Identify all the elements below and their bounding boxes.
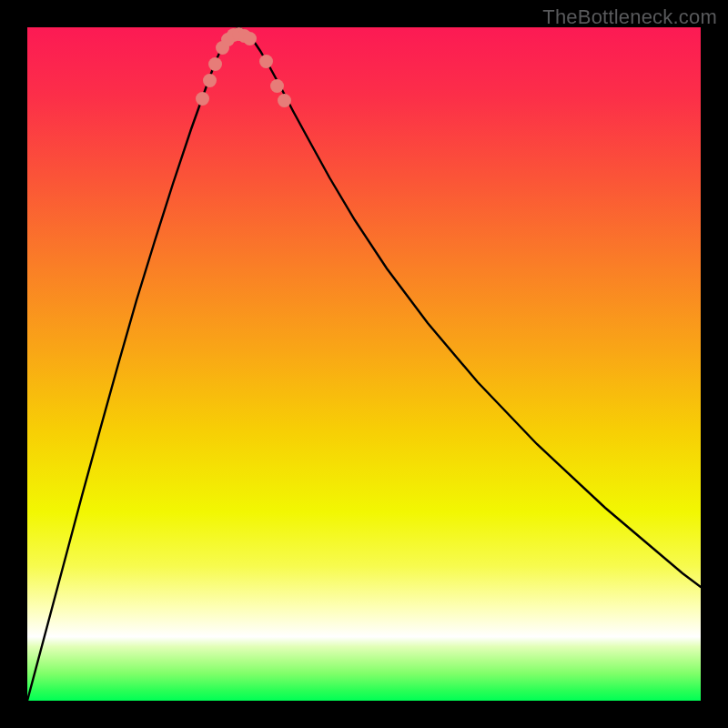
- data-point: [203, 74, 217, 87]
- data-point: [278, 94, 291, 107]
- watermark-text: TheBottleneck.com: [542, 5, 717, 29]
- data-point: [243, 32, 257, 46]
- data-point: [208, 57, 222, 71]
- data-point: [270, 79, 284, 93]
- data-point: [196, 92, 209, 106]
- chart-area: [27, 27, 701, 701]
- data-point-layer: [27, 27, 701, 701]
- data-point: [259, 55, 273, 68]
